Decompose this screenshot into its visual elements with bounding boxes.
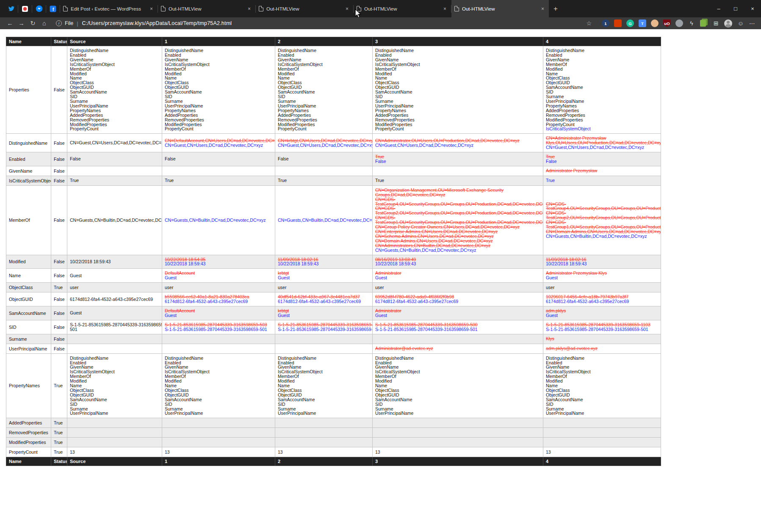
value: ObjectClass bbox=[375, 80, 540, 85]
value: Guest bbox=[70, 273, 159, 278]
value-cell-1 bbox=[162, 418, 275, 428]
value: SamAccountName bbox=[70, 90, 159, 94]
toolbar-divider bbox=[711, 19, 711, 27]
onepassword-extension-icon[interactable]: 1 bbox=[602, 19, 609, 27]
minimize-button[interactable]: – bbox=[710, 0, 727, 17]
value-cell-4: 10296017-6456-4efe-a18b-79743b97a3f76174… bbox=[543, 292, 661, 306]
value: SID bbox=[375, 402, 540, 407]
back-button[interactable]: ← bbox=[4, 18, 16, 29]
value-cell-2 bbox=[275, 418, 373, 428]
url-text[interactable]: C:/Users/przemyslaw.klys/AppData/Local/T… bbox=[82, 20, 232, 26]
row-status-cell: True bbox=[51, 447, 67, 457]
row-status-cell: True bbox=[51, 438, 67, 447]
row-status-cell: False bbox=[51, 46, 67, 134]
row-name-cell: Properties bbox=[6, 46, 51, 134]
column-header-cell-4: 4 bbox=[543, 37, 661, 46]
close-button[interactable]: × bbox=[744, 0, 761, 17]
tab-5-active[interactable]: Out-HTMLView× bbox=[451, 0, 549, 17]
maximize-button[interactable]: □ bbox=[727, 0, 744, 17]
added-value: 10/22/2018 18:59:43 bbox=[546, 262, 658, 266]
tab-3[interactable]: Out-HTMLView× bbox=[256, 0, 353, 17]
tab-close-icon[interactable]: × bbox=[344, 6, 350, 12]
removed-value: CN=GDS- bbox=[375, 197, 540, 202]
tab-close-icon[interactable]: × bbox=[246, 6, 252, 12]
office-extension-icon[interactable] bbox=[614, 19, 622, 27]
value-cell-4: S-1-5-21-853615985-2870445339-3163598659… bbox=[543, 320, 661, 334]
new-tab-button[interactable]: + bbox=[549, 0, 562, 17]
home-button[interactable]: ⌂ bbox=[39, 18, 50, 29]
value: AddedProperties bbox=[165, 113, 272, 118]
added-value: CN=Guests,CN=Builtin,DC=ad,DC=evotec,DC=… bbox=[546, 234, 658, 239]
grammarly-extension-icon[interactable]: G bbox=[626, 19, 634, 27]
value-cell-source: Guest bbox=[67, 306, 162, 320]
value: UserPrincipalName bbox=[70, 411, 159, 416]
messenger-icon[interactable] bbox=[32, 3, 46, 15]
value-cell-4: user bbox=[543, 283, 661, 292]
tab-close-icon[interactable]: × bbox=[442, 6, 448, 12]
value-cell-4: CN=GDS-TestGroup4,OU=SecurityGroups,OU=G… bbox=[543, 185, 661, 255]
address-bar[interactable]: i File | C:/Users/przemyslaw.klys/AppDat… bbox=[53, 18, 597, 28]
tab-2[interactable]: Out-HTMLView× bbox=[158, 0, 255, 17]
value-cell-3 bbox=[373, 438, 543, 447]
removed-value: DefaultAccount bbox=[165, 271, 272, 276]
value: SID bbox=[546, 402, 658, 407]
profile-avatar[interactable] bbox=[724, 19, 732, 28]
page-icon bbox=[259, 6, 263, 11]
value: True bbox=[70, 178, 159, 183]
value-cell-1 bbox=[162, 438, 275, 447]
value-cell-4: 11/09/2018 18:02:1610/22/2018 18:59:43 bbox=[543, 255, 661, 269]
value-cell-3: TrueFalse bbox=[373, 152, 543, 166]
added-value: 6174d812-6fa4-4532-a643-c395e27cec69 bbox=[375, 299, 540, 304]
tab-title: Out-HTMLView bbox=[462, 6, 537, 11]
info-icon[interactable]: i bbox=[56, 20, 62, 26]
added-value: Guest bbox=[375, 276, 540, 280]
row-name-cell: Name bbox=[6, 269, 51, 283]
collections-icon[interactable]: ⊞ bbox=[714, 20, 719, 27]
persona-extension-icon[interactable] bbox=[651, 19, 659, 27]
value-cell-4: 13 bbox=[543, 447, 661, 457]
translate-extension-icon[interactable]: T bbox=[639, 19, 646, 27]
forward-button[interactable]: → bbox=[16, 18, 27, 29]
value: MemberOf bbox=[546, 62, 658, 67]
removed-value: krbtgt bbox=[278, 309, 370, 313]
column-footer-cell-name: Name bbox=[6, 457, 51, 466]
removed-value: TestGroup4,OU=SecurityGroups,OU=Groups,O… bbox=[375, 202, 540, 207]
removed-value: adm.pklys@ad.evotec.xyz bbox=[546, 346, 658, 351]
row-status-cell: True bbox=[51, 283, 67, 292]
added-value: True bbox=[546, 178, 658, 183]
value-cell-source: S-1-5-21-853615985-2870445339-3163598659… bbox=[67, 320, 162, 334]
value: user bbox=[278, 285, 370, 290]
value-cell-3: True bbox=[373, 176, 543, 185]
value: 13 bbox=[375, 450, 540, 455]
settings-ellipsis-icon[interactable]: ⋯ bbox=[749, 20, 755, 27]
page-icon bbox=[63, 6, 68, 11]
added-value: CN=Guests,CN=Builtin,DC=ad,DC=evotec,DC=… bbox=[278, 218, 370, 223]
added-value: False bbox=[546, 159, 658, 164]
value-cell-source: user bbox=[67, 283, 162, 292]
value-cell-3 bbox=[373, 166, 543, 176]
twitter-icon[interactable] bbox=[4, 3, 18, 15]
table-row-properties: PropertiesFalseDistinguishedNameEnabledG… bbox=[6, 46, 661, 134]
value-cell-3: 13 bbox=[373, 447, 543, 457]
camera-extension-icon[interactable] bbox=[675, 19, 683, 27]
tab-close-icon[interactable]: × bbox=[540, 6, 546, 12]
lightning-extension-icon[interactable]: ϟ bbox=[688, 19, 695, 27]
red-app-icon[interactable] bbox=[18, 3, 32, 15]
feedback-smiley-icon[interactable]: ☺ bbox=[738, 20, 744, 27]
added-value: Guest bbox=[546, 313, 658, 318]
value: MemberOf bbox=[70, 67, 159, 72]
removed-value: adm.pklys bbox=[546, 309, 658, 313]
clipper-extension-icon[interactable] bbox=[700, 20, 706, 27]
ublock-extension-icon[interactable]: uO bbox=[663, 19, 671, 27]
value-cell-1: CN=DefaultAccount,CN=Users,DC=ad,DC=evot… bbox=[162, 134, 275, 152]
row-status-cell: False bbox=[51, 292, 67, 306]
removed-value: krbtgt bbox=[278, 271, 370, 276]
row-name-cell: RemovedProperties bbox=[6, 428, 51, 438]
tab-4[interactable]: Out-HTMLView× bbox=[354, 0, 451, 17]
favorite-star-icon[interactable]: ☆ bbox=[584, 20, 593, 27]
tab-close-icon[interactable]: × bbox=[148, 6, 155, 12]
value: Modified bbox=[165, 379, 272, 383]
refresh-button[interactable]: ↻ bbox=[27, 18, 39, 29]
facebook-icon[interactable]: f bbox=[46, 3, 60, 15]
tab-1[interactable]: Edit Post ‹ Evotec — WordPress× bbox=[60, 0, 158, 17]
